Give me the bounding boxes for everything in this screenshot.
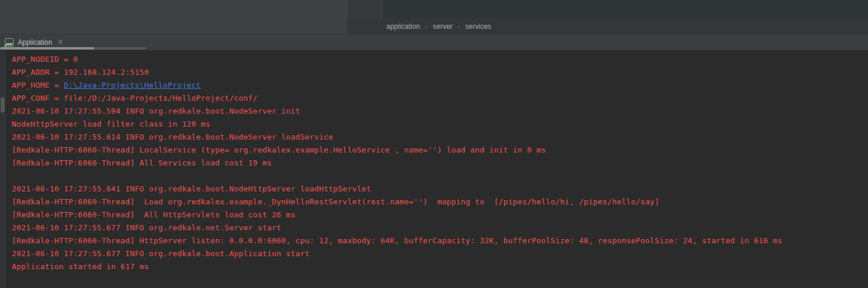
chevron-right-icon: › bbox=[425, 23, 428, 30]
tab-bar-scrollbar-thumb[interactable] bbox=[0, 47, 94, 49]
console-log-line-prefix: APP_HOME = bbox=[12, 81, 64, 90]
breadcrumb: application › server › services bbox=[347, 19, 868, 34]
console-log-line: [Redkale-HTTP:6060-Thread] LocalService … bbox=[12, 144, 868, 157]
editor-tab-divider bbox=[382, 0, 382, 19]
console-log-line: 2021-06-10 17:27:55.677 INFO org.redkale… bbox=[12, 247, 868, 260]
breadcrumb-item-application[interactable]: application bbox=[386, 22, 420, 31]
console-log-line bbox=[12, 170, 868, 183]
run-console: APP_NODEID = 0 APP_ADDR = 192.168.124.2:… bbox=[0, 50, 868, 288]
console-log-line: 2021-06-10 17:27:55.677 INFO org.redkale… bbox=[12, 221, 868, 234]
close-icon[interactable]: ✕ bbox=[58, 38, 63, 46]
console-log-line: APP_NODEID = 0 bbox=[12, 53, 868, 66]
console-log-line: [Redkale-HTTP:6060-Thread] HttpServer li… bbox=[12, 234, 868, 247]
editor-tab-strip bbox=[347, 0, 868, 19]
breadcrumb-item-services[interactable]: services bbox=[465, 22, 491, 31]
editor-tab-strip-segment bbox=[347, 0, 382, 19]
console-left-gutter bbox=[0, 50, 6, 288]
tab-bar-scroll-track bbox=[0, 47, 146, 49]
breadcrumb-item-server[interactable]: server bbox=[433, 22, 452, 31]
console-log-line: Application started in 617 ms bbox=[12, 260, 868, 273]
console-log-line: [Redkale-HTTP:6060-Thread] Load org.redk… bbox=[12, 196, 868, 208]
tab-application[interactable]: Application ✕ bbox=[2, 36, 65, 48]
run-tool-window-tab-bar: Application ✕ bbox=[0, 34, 868, 50]
console-log-line: [Redkale-HTTP:6060-Thread] All Services … bbox=[12, 157, 868, 170]
file-path-hyperlink[interactable]: D:\Java-Projects\HelloProject bbox=[64, 81, 201, 90]
console-log-line: [Redkale-HTTP:6060-Thread] All HttpServl… bbox=[12, 208, 868, 221]
console-scrollbar-thumb[interactable] bbox=[1, 97, 5, 112]
console-log-line: APP_ADDR = 192.168.124.2:5150 bbox=[12, 66, 868, 79]
console-run-icon bbox=[5, 38, 14, 47]
tab-application-label: Application bbox=[18, 38, 52, 47]
console-log-line: NodeHttpServer load filter class in 120 … bbox=[12, 118, 868, 131]
console-log-line: 2021-06-10 17:27:55.614 INFO org.redkale… bbox=[12, 131, 868, 144]
console-log-line: APP_CONF = file:/D:/Java-Projects/HelloP… bbox=[12, 92, 868, 105]
chevron-right-icon: › bbox=[458, 23, 460, 30]
console-log-line: 2021-06-10 17:27:55.641 INFO org.redkale… bbox=[12, 183, 868, 196]
console-log-line: 2021-06-10 17:27:55.594 INFO org.redkale… bbox=[12, 105, 868, 118]
console-output: APP_NODEID = 0 APP_ADDR = 192.168.124.2:… bbox=[12, 53, 868, 273]
console-log-line: APP_HOME = D:\Java-Projects\HelloProject bbox=[12, 79, 868, 92]
tool-window-header-panel bbox=[0, 0, 347, 34]
